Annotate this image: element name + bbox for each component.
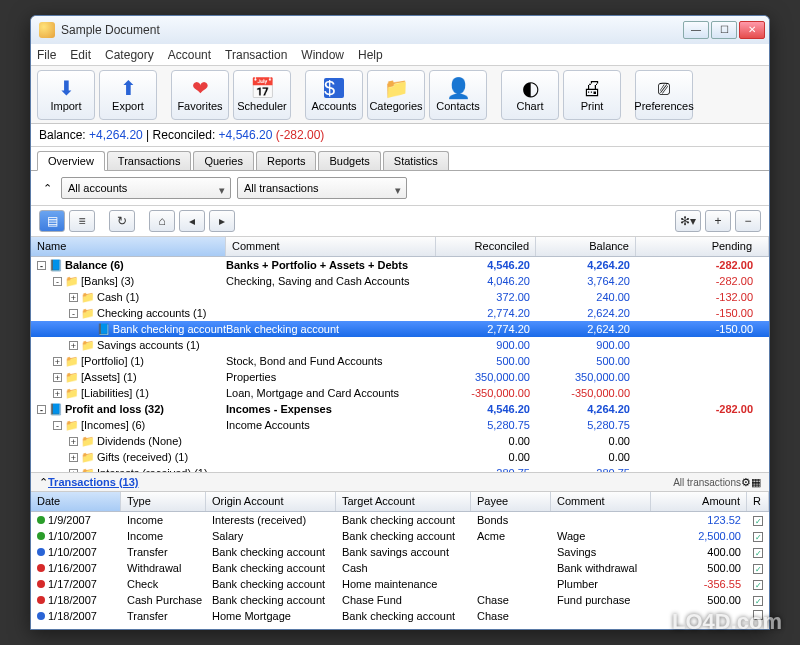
expand-icon[interactable]: +	[69, 453, 78, 462]
tree-row[interactable]: -📘Balance (6)Banks + Portfolio + Assets …	[31, 257, 769, 273]
transactions-grid[interactable]: 1/9/2007IncomeInterests (received)Bank c…	[31, 512, 769, 627]
forward-button[interactable]: ▸	[209, 210, 235, 232]
account-filter-combo[interactable]: All accounts	[61, 177, 231, 199]
tree-row[interactable]: +📁Cash (1)372.00240.00-132.00	[31, 289, 769, 305]
tree-row[interactable]: 📘Bank checking accountBank checking acco…	[31, 321, 769, 337]
expand-icon[interactable]: -	[37, 261, 46, 270]
expand-icon[interactable]: -	[53, 421, 62, 430]
tool-categories[interactable]: 📁Categories	[367, 70, 425, 120]
collapse-filter-icon[interactable]: ⌃	[39, 182, 55, 195]
expand-icon[interactable]: +	[53, 389, 62, 398]
tool-scheduler[interactable]: 📅Scheduler	[233, 70, 291, 120]
view-tree-button[interactable]: ≡	[69, 210, 95, 232]
tab-overview[interactable]: Overview	[37, 151, 105, 171]
tab-reports[interactable]: Reports	[256, 151, 317, 170]
transaction-filter-combo[interactable]: All transactions	[237, 177, 407, 199]
tool-accounts[interactable]: $Accounts	[305, 70, 363, 120]
settings-button[interactable]: ✻▾	[675, 210, 701, 232]
transaction-row[interactable]: 1/10/2007TransferBank checking accountBa…	[31, 544, 769, 560]
col-balance[interactable]: Balance	[536, 237, 636, 256]
menu-help[interactable]: Help	[358, 48, 383, 62]
tree-row[interactable]: +📁Interests (received) (1)280.75280.75	[31, 465, 769, 472]
reconciled-checkbox[interactable]: ✓	[753, 580, 763, 590]
expand-icon[interactable]: +	[69, 341, 78, 350]
transaction-row[interactable]: 1/17/2007CheckBank checking accountHome …	[31, 576, 769, 592]
close-button[interactable]: ✕	[739, 21, 765, 39]
tree-row[interactable]: -📁[Incomes] (6)Income Accounts5,280.755,…	[31, 417, 769, 433]
tcol-type[interactable]: Type	[121, 492, 206, 511]
accounts-grid-header: Name Comment Reconciled Balance Pending	[31, 237, 769, 257]
tcol-payee[interactable]: Payee	[471, 492, 551, 511]
tab-transactions[interactable]: Transactions	[107, 151, 192, 170]
tcol-origin[interactable]: Origin Account	[206, 492, 336, 511]
tool-preferences[interactable]: ⎚Preferences	[635, 70, 693, 120]
transaction-row[interactable]: 1/18/2007TransferHome MortgageBank check…	[31, 608, 769, 624]
tool-export[interactable]: ⬆Export	[99, 70, 157, 120]
menu-account[interactable]: Account	[168, 48, 211, 62]
tab-budgets[interactable]: Budgets	[318, 151, 380, 170]
trans-opt2-icon[interactable]: ▦	[751, 476, 761, 489]
tree-row[interactable]: +📁[Liabilities] (1)Loan, Mortgage and Ca…	[31, 385, 769, 401]
col-reconciled[interactable]: Reconciled	[436, 237, 536, 256]
tree-row[interactable]: -📁Checking accounts (1)2,774.202,624.20-…	[31, 305, 769, 321]
transaction-row[interactable]: 1/16/2007WithdrawalBank checking account…	[31, 560, 769, 576]
col-name[interactable]: Name	[31, 237, 226, 256]
col-pending[interactable]: Pending	[636, 237, 769, 256]
expand-icon[interactable]: +	[53, 373, 62, 382]
col-comment[interactable]: Comment	[226, 237, 436, 256]
expand-icon[interactable]: -	[69, 309, 78, 318]
tab-statistics[interactable]: Statistics	[383, 151, 449, 170]
remove-button[interactable]: −	[735, 210, 761, 232]
row-comment: Bank checking account	[226, 323, 436, 335]
transactions-title[interactable]: Transactions (13)	[48, 476, 138, 488]
view-list-button[interactable]: ▤	[39, 210, 65, 232]
tcol-target[interactable]: Target Account	[336, 492, 471, 511]
tool-contacts[interactable]: 👤Contacts	[429, 70, 487, 120]
tree-row[interactable]: -📁[Banks] (3)Checking, Saving and Cash A…	[31, 273, 769, 289]
menu-edit[interactable]: Edit	[70, 48, 91, 62]
tree-row[interactable]: +📁Dividends (None)0.000.00	[31, 433, 769, 449]
trans-opt1-icon[interactable]: ⚙	[741, 476, 751, 489]
tcol-date[interactable]: Date	[31, 492, 121, 511]
tool-import[interactable]: ⬇Import	[37, 70, 95, 120]
reconciled-checkbox[interactable]: ✓	[753, 564, 763, 574]
transaction-row[interactable]: 1/10/2007IncomeSalaryBank checking accou…	[31, 528, 769, 544]
expand-icon[interactable]: +	[69, 469, 78, 473]
menu-category[interactable]: Category	[105, 48, 154, 62]
tree-row[interactable]: +📁Gifts (received) (1)0.000.00	[31, 449, 769, 465]
row-reconciled: 2,774.20	[436, 323, 536, 335]
tool-print[interactable]: 🖨Print	[563, 70, 621, 120]
tree-row[interactable]: +📁Savings accounts (1)900.00900.00	[31, 337, 769, 353]
back-button[interactable]: ◂	[179, 210, 205, 232]
tree-row[interactable]: +📁[Assets] (1)Properties350,000.00350,00…	[31, 369, 769, 385]
reconciled-checkbox[interactable]: ✓	[753, 516, 763, 526]
menu-window[interactable]: Window	[301, 48, 344, 62]
minimize-button[interactable]: —	[683, 21, 709, 39]
expand-icon[interactable]: +	[53, 357, 62, 366]
menu-transaction[interactable]: Transaction	[225, 48, 287, 62]
reconciled-checkbox[interactable]: ✓	[753, 548, 763, 558]
expand-icon[interactable]: -	[53, 277, 62, 286]
expand-icon[interactable]: +	[69, 437, 78, 446]
transaction-row[interactable]: 1/18/2007Cash PurchaseBank checking acco…	[31, 592, 769, 608]
tcol-r[interactable]: R	[747, 492, 769, 511]
tcol-amount[interactable]: Amount	[651, 492, 747, 511]
accounts-tree[interactable]: -📘Balance (6)Banks + Portfolio + Assets …	[31, 257, 769, 472]
tree-row[interactable]: -📘Profit and loss (32)Incomes - Expenses…	[31, 401, 769, 417]
home-button[interactable]: ⌂	[149, 210, 175, 232]
reconciled-checkbox[interactable]: ✓	[753, 596, 763, 606]
reconciled-checkbox[interactable]: ✓	[753, 532, 763, 542]
tool-favorites[interactable]: ❤Favorites	[171, 70, 229, 120]
tool-chart[interactable]: ◐Chart	[501, 70, 559, 120]
tab-queries[interactable]: Queries	[193, 151, 254, 170]
expand-icon[interactable]: +	[69, 293, 78, 302]
transaction-row[interactable]: 1/9/2007IncomeInterests (received)Bank c…	[31, 512, 769, 528]
expand-icon[interactable]: -	[37, 405, 46, 414]
menu-file[interactable]: File	[37, 48, 56, 62]
maximize-button[interactable]: ☐	[711, 21, 737, 39]
collapse-icon[interactable]: ⌃	[39, 476, 48, 489]
tcol-comment[interactable]: Comment	[551, 492, 651, 511]
refresh-button[interactable]: ↻	[109, 210, 135, 232]
tree-row[interactable]: +📁[Portfolio] (1)Stock, Bond and Fund Ac…	[31, 353, 769, 369]
add-button[interactable]: +	[705, 210, 731, 232]
